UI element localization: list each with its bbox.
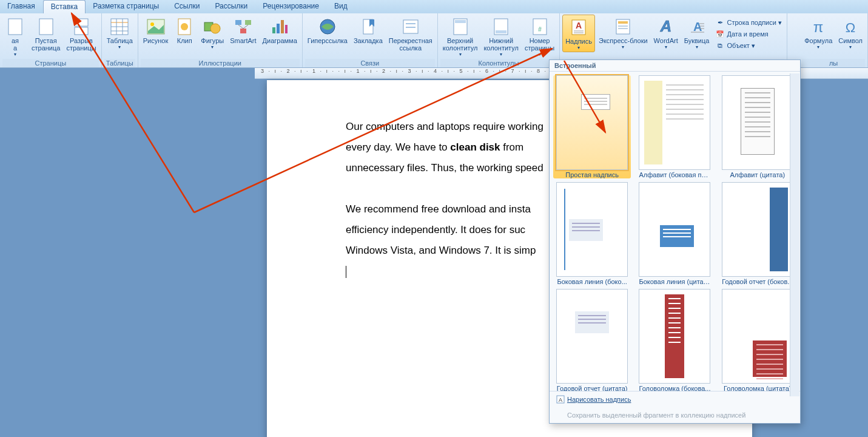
svg-rect-0: [8, 19, 22, 35]
gallery-item[interactable]: Головоломка (бокова...: [636, 289, 713, 391]
gallery-caption: Головоломка (бокова...: [639, 385, 710, 391]
shapes-button[interactable]: Фигуры▾: [198, 15, 226, 51]
quickparts-icon: [613, 17, 633, 36]
tab-insert[interactable]: Вставка: [43, 0, 86, 13]
group-label: Иллюстрации: [141, 59, 300, 67]
blank-page-icon: [36, 17, 56, 36]
smartart-icon: [234, 17, 253, 36]
gallery-thumb: [556, 289, 628, 384]
svg-point-11: [150, 22, 154, 26]
tab-review[interactable]: Рецензирование: [255, 0, 327, 13]
calendar-icon: 📅: [715, 29, 725, 39]
bookmark-icon: [358, 17, 378, 36]
gallery-scrollbar[interactable]: [790, 73, 799, 396]
textbox-draw-icon: A: [556, 395, 565, 404]
ribbon-tabs: Главная Вставка Разметка страницы Ссылки…: [0, 0, 868, 13]
hyperlink-button[interactable]: Гиперссылка: [305, 15, 350, 46]
tab-refs[interactable]: Ссылки: [167, 0, 207, 13]
gallery-caption: Годовой отчет (цитата): [556, 385, 628, 391]
blank-page-button[interactable]: Пустая страница: [29, 15, 62, 53]
gallery-heading: Встроенный: [550, 60, 800, 72]
tab-mailings[interactable]: Рассылки: [207, 0, 255, 13]
wordart-icon: A: [656, 17, 676, 36]
crossref-button[interactable]: Перекрестная ссылка: [386, 15, 435, 53]
gallery-caption: Простая надпись: [556, 171, 628, 178]
equation-button[interactable]: πФормула▾: [802, 15, 835, 51]
gallery-item[interactable]: Боковая линия (цитата): [636, 182, 713, 285]
draw-textbox-menuitem[interactable]: AНарисовать надпись: [550, 391, 800, 407]
gallery-item[interactable]: Годовой отчет (цитата): [553, 289, 631, 391]
svg-rect-27: [403, 20, 418, 33]
pagenum-icon: #: [530, 17, 550, 36]
picture-button[interactable]: Рисунок: [141, 15, 171, 46]
group-pages: ая а▾ Пустая страница Разрыв страницы Ст…: [0, 13, 102, 67]
gallery-item[interactable]: Годовой отчет (боков...: [719, 182, 796, 285]
chart-button[interactable]: Диаграмма: [260, 15, 300, 46]
bookmark-button[interactable]: Закладка: [351, 15, 385, 46]
gallery-caption: Алфавит (боковая по...: [639, 171, 710, 178]
svg-text:π: π: [813, 19, 824, 35]
svg-line-19: [238, 25, 243, 29]
tab-home[interactable]: Главная: [0, 0, 43, 13]
header-icon: [451, 17, 470, 36]
clip-button[interactable]: Клип: [172, 15, 197, 46]
group-symbols: πФормула▾ ΩСимвол▾ лы: [799, 13, 868, 67]
gallery-item[interactable]: Простая надпись: [553, 75, 631, 178]
crossref-icon: [401, 17, 420, 36]
svg-rect-22: [277, 24, 280, 33]
page-break-icon: [72, 17, 91, 36]
signature-line-button[interactable]: ✒Строка подписи▾: [713, 17, 784, 28]
cover-page-button[interactable]: ая а▾: [2, 15, 28, 58]
gallery-thumb: [639, 289, 710, 384]
gallery-thumb: [722, 75, 793, 170]
svg-rect-17: [245, 20, 251, 25]
svg-text:A: A: [693, 20, 702, 33]
smartart-button[interactable]: SmartArt: [227, 15, 258, 46]
tab-view[interactable]: Вид: [327, 0, 355, 13]
gallery-caption: Головоломка (цитата): [722, 385, 793, 391]
gallery-thumb: [722, 289, 793, 384]
textbox-button[interactable]: AНадпись▾: [562, 15, 595, 52]
footer-icon: [491, 17, 511, 36]
wordart-button[interactable]: AWordArt▾: [651, 15, 681, 51]
object-icon: ⧉: [715, 41, 725, 50]
svg-point-15: [210, 24, 220, 33]
gallery-thumb: [556, 182, 628, 277]
svg-rect-41: [618, 21, 628, 24]
save-selection-menuitem: Сохранить выделенный фрагмент в коллекци…: [550, 407, 800, 423]
page-icon: [5, 17, 25, 36]
footer-button[interactable]: Нижний колонтитул▾: [481, 15, 521, 58]
pi-icon: π: [809, 17, 828, 36]
page-break-button[interactable]: Разрыв страницы: [64, 15, 98, 53]
svg-text:Ω: Ω: [846, 20, 855, 35]
tab-layout[interactable]: Разметка страницы: [86, 0, 167, 13]
svg-text:A: A: [576, 21, 582, 30]
group-label: лы: [802, 59, 865, 67]
quickparts-button[interactable]: Экспресс-блоки▾: [596, 15, 650, 51]
gallery-item[interactable]: Боковая линия (боко...: [553, 182, 631, 285]
table-button[interactable]: Таблица▾: [104, 15, 135, 51]
gallery-item[interactable]: Алфавит (цитата): [719, 75, 796, 178]
group-label: Таблицы: [104, 59, 135, 67]
header-button[interactable]: Верхний колонтитул▾: [440, 15, 480, 58]
gallery-item[interactable]: Алфавит (боковая по...: [636, 75, 713, 178]
gallery-grid[interactable]: Простая надписьАлфавит (боковая по...Алф…: [550, 72, 800, 391]
gallery-caption: Боковая линия (цитата): [639, 278, 710, 285]
svg-line-20: [243, 25, 248, 29]
globe-icon: [318, 17, 337, 36]
gallery-caption: Алфавит (цитата): [722, 171, 793, 178]
object-button[interactable]: ⧉Объект▾: [713, 40, 784, 51]
svg-rect-24: [285, 25, 288, 33]
group-header-footer: Верхний колонтитул▾ Нижний колонтитул▾ #…: [438, 13, 560, 67]
symbol-button[interactable]: ΩСимвол▾: [836, 15, 865, 51]
group-tables: Таблица▾ Таблицы: [102, 13, 138, 67]
dropcap-button[interactable]: AБуквица▾: [682, 15, 712, 51]
svg-rect-3: [75, 27, 88, 35]
pagenum-button[interactable]: #Номер страницы▾: [522, 15, 557, 58]
date-time-button[interactable]: 📅Дата и время: [713, 29, 784, 39]
svg-point-13: [181, 23, 188, 30]
chart-icon: [270, 17, 289, 36]
gallery-thumb: [556, 75, 628, 170]
group-links: Гиперссылка Закладка Перекрестная ссылка…: [303, 13, 438, 67]
gallery-item[interactable]: Головоломка (цитата): [719, 289, 796, 391]
